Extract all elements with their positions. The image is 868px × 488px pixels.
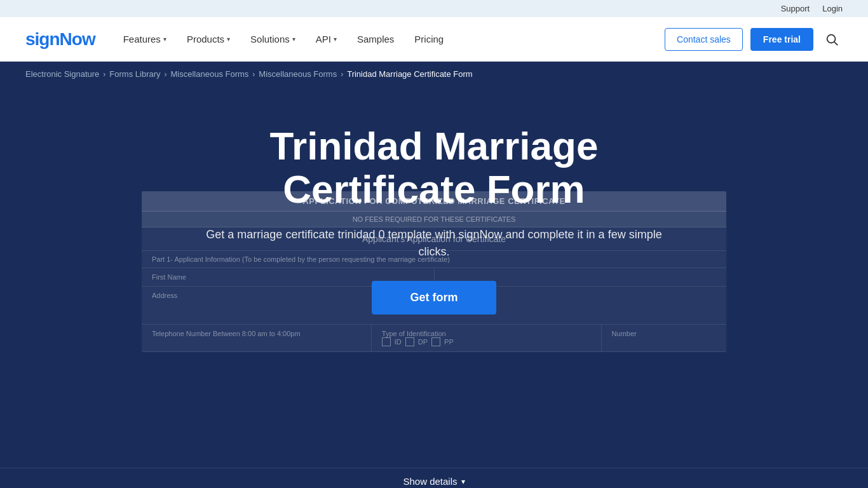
breadcrumb-separator: › [252, 70, 255, 79]
top-bar: Support Login [0, 0, 868, 17]
chevron-down-icon: ▾ [163, 36, 166, 43]
nav-products[interactable]: Products ▾ [178, 29, 239, 50]
breadcrumb-current-page: Trinidad Marriage Certificate Form [347, 69, 472, 79]
login-link[interactable]: Login [822, 4, 843, 13]
chevron-down-icon: ▾ [334, 36, 337, 43]
breadcrumb-separator: › [103, 70, 105, 79]
header: signNow Features ▾ Products ▾ Solutions … [0, 17, 868, 62]
main-nav: Features ▾ Products ▾ Solutions ▾ API ▾ … [114, 29, 665, 50]
free-trial-button[interactable]: Free trial [750, 28, 813, 51]
chevron-down-icon: ▾ [227, 36, 230, 43]
nav-right: Contact sales Free trial [665, 28, 843, 51]
contact-sales-button[interactable]: Contact sales [665, 28, 743, 51]
breadcrumb-separator: › [341, 70, 343, 79]
breadcrumb: Electronic Signature › Forms Library › M… [0, 62, 868, 86]
breadcrumb-electronic-signature[interactable]: Electronic Signature [25, 69, 99, 79]
support-link[interactable]: Support [781, 4, 810, 13]
chevron-down-icon: ▾ [292, 36, 295, 43]
logo[interactable]: signNow [25, 29, 95, 50]
svg-point-0 [827, 34, 836, 43]
breadcrumb-separator: › [165, 70, 167, 79]
nav-samples[interactable]: Samples [348, 29, 403, 50]
breadcrumb-misc-forms-2[interactable]: Miscellaneous Forms [259, 69, 337, 79]
chevron-down-icon: ▾ [461, 477, 465, 486]
hero-overlay: Trinidad Marriage Certificate Form Get a… [180, 86, 688, 340]
show-details-bar: Show details ▾ [0, 468, 868, 488]
breadcrumb-misc-forms-1[interactable]: Miscellaneous Forms [171, 69, 249, 79]
get-form-button[interactable]: Get form [372, 281, 496, 315]
search-button[interactable] [821, 29, 843, 50]
svg-line-1 [834, 42, 837, 45]
search-icon [825, 32, 839, 46]
nav-pricing[interactable]: Pricing [405, 29, 452, 50]
page-title: Trinidad Marriage Certificate Form [193, 125, 675, 211]
hero-section: APPLICATION FOR COMPUTERIZED MARRIAGE CE… [0, 86, 868, 468]
nav-features[interactable]: Features ▾ [114, 29, 175, 50]
nav-solutions[interactable]: Solutions ▾ [241, 29, 304, 50]
nav-api[interactable]: API ▾ [307, 29, 346, 50]
breadcrumb-forms-library[interactable]: Forms Library [109, 69, 160, 79]
hero-subtitle: Get a marriage certificate trinidad 0 te… [193, 226, 675, 261]
show-details-button[interactable]: Show details ▾ [403, 476, 465, 487]
